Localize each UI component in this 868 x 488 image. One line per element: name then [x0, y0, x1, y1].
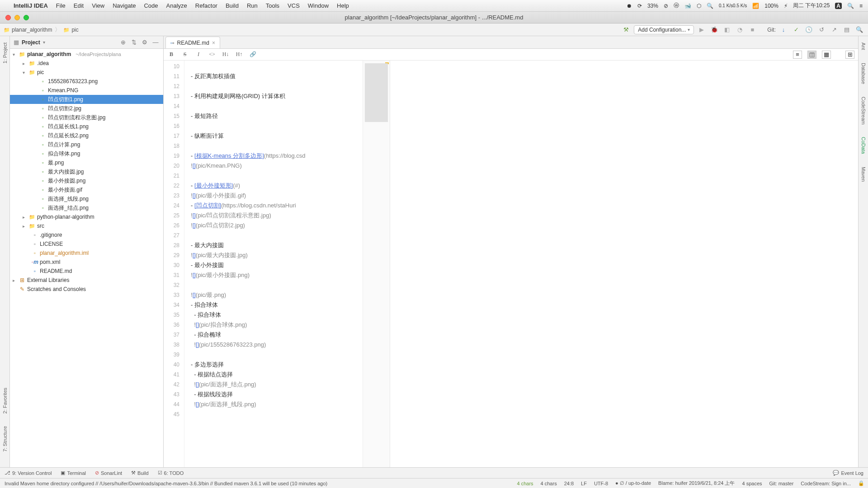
code-line[interactable]: - 根据结点选择	[191, 370, 359, 380]
arrow-down-icon[interactable]: ▾	[13, 52, 17, 57]
code-line[interactable]: - [凹点切割](https://blog.csdn.net/staHuri	[191, 201, 359, 211]
split-view[interactable]: ◫	[807, 51, 816, 59]
tree-file[interactable]: 凹点延长线1.png	[10, 122, 163, 131]
arrow-down-icon[interactable]: ▾	[23, 70, 27, 75]
code-line[interactable]: - 利用构建规则网格(GRID) 计算体积	[191, 91, 359, 101]
wifi-icon[interactable]: 📶	[752, 3, 759, 9]
menu-navigate[interactable]: Navigate	[113, 2, 136, 9]
tree-file[interactable]: 最.png	[10, 158, 163, 167]
tree-file[interactable]: 最小外接面.gif	[10, 185, 163, 194]
code-line[interactable]	[191, 409, 359, 419]
tree-ext-libs[interactable]: ▸ ⊞ External Libraries	[10, 276, 163, 285]
stop-button[interactable]: ■	[747, 25, 757, 35]
markdown-preview[interactable]	[390, 61, 858, 467]
status-indent[interactable]: 4 spaces	[742, 481, 762, 486]
tree-license[interactable]: LICENSE	[10, 239, 163, 249]
tree-file[interactable]: 凹点切割流程示意图.jpg	[10, 113, 163, 122]
menu-help[interactable]: Help	[337, 2, 349, 9]
box-icon[interactable]: ⬡	[697, 3, 701, 9]
editor-tab-readme[interactable]: ▫ README.md ×	[165, 37, 220, 48]
tree-file[interactable]: 最大内接圆.jpg	[10, 167, 163, 176]
code-line[interactable]	[191, 230, 359, 240]
tool-maven-tab[interactable]: Maven	[861, 165, 866, 183]
lock-icon[interactable]: 🔒	[858, 480, 863, 486]
menu-code[interactable]: Code	[144, 2, 158, 9]
tool-codestream-tab[interactable]: CodeStream	[861, 95, 866, 127]
menu-file[interactable]: File	[56, 2, 66, 9]
search-everywhere-icon[interactable]: 🔍	[854, 25, 864, 35]
tree-root[interactable]: ▾ planar_algorithm ~/IdeaProjects/plana	[10, 50, 163, 59]
code-line[interactable]: ![](pic/最大内接圆.jpg)	[191, 250, 359, 260]
menu-tools[interactable]: Tools	[266, 2, 279, 9]
app-name[interactable]: IntelliJ IDEA	[14, 2, 48, 9]
code-line[interactable]: - 反距离加权插值	[191, 71, 359, 81]
locate-file-icon[interactable]: ⊕	[119, 38, 127, 47]
italic-button[interactable]: I	[194, 51, 203, 59]
code-line[interactable]: - 纵断面计算	[191, 131, 359, 141]
code-line[interactable]	[191, 171, 359, 181]
error-stripe[interactable]	[363, 61, 390, 467]
code-line[interactable]: ![](pic/面选择_线段.png)	[191, 399, 359, 409]
menu-run[interactable]: Run	[247, 2, 258, 9]
tool-database-tab[interactable]: Database	[861, 61, 866, 86]
docker-icon[interactable]: 🐋	[684, 3, 691, 9]
git-push-icon[interactable]: ↗	[829, 25, 839, 35]
close-window-button[interactable]	[5, 15, 11, 20]
status-line-ending[interactable]: LF	[581, 481, 587, 486]
build-tab[interactable]: ⚒Build	[131, 470, 148, 476]
tree-iml[interactable]: planar_algorithm.iml	[10, 249, 163, 258]
tree-gitignore[interactable]: .gitignore	[10, 230, 163, 239]
code-line[interactable]: ![](pic/拟合球体.png)	[191, 320, 359, 330]
cloud-icon[interactable]: ⊘	[664, 3, 668, 9]
hide-icon[interactable]: —	[151, 38, 160, 47]
terminal-tab[interactable]: ▣Terminal	[61, 470, 86, 476]
tree-idea[interactable]: ▸ .idea	[10, 59, 163, 68]
tool-ant-tab[interactable]: Ant	[861, 41, 866, 52]
menu-view[interactable]: View	[92, 2, 104, 9]
code-line[interactable]	[191, 121, 359, 131]
code-line[interactable]	[191, 141, 359, 151]
tree-file[interactable]: 凹点切割2.jpg	[10, 104, 163, 113]
tree-file[interactable]: 1555286763223.png	[10, 77, 163, 86]
strikethrough-button[interactable]: S	[181, 51, 189, 59]
code-line[interactable]	[191, 101, 359, 111]
todo-tab[interactable]: ☑6: TODO	[158, 470, 184, 476]
tool-codata-tab[interactable]: CoData	[861, 135, 866, 155]
code-button[interactable]: <>	[208, 51, 216, 59]
link-button[interactable]: 🔗	[249, 51, 257, 59]
menu-vcs[interactable]: VCS	[288, 2, 300, 9]
code-line[interactable]: - [根据K-means 分割多边形](https://blog.csd	[191, 151, 359, 161]
control-center-icon[interactable]: ≡	[859, 3, 863, 9]
menu-refactor[interactable]: Refactor	[195, 2, 217, 9]
git-revert-icon[interactable]: ↺	[816, 25, 826, 35]
code-line[interactable]: ![](pic/最小外接面.gif)	[191, 191, 359, 201]
git-commit-icon[interactable]: ✓	[791, 25, 801, 35]
project-tree[interactable]: ▾ planar_algorithm ~/IdeaProjects/plana …	[10, 49, 163, 467]
code-editor[interactable]: - 反距离加权插值 - 利用构建规则网格(GRID) 计算体积 - 最短路径 -…	[184, 61, 363, 467]
code-line[interactable]	[191, 280, 359, 290]
menu-window[interactable]: Window	[308, 2, 329, 9]
status-caret-pos[interactable]: 24:8	[564, 481, 574, 486]
code-line[interactable]: ![](pic/面选择_结点.png)	[191, 380, 359, 389]
tree-scratches[interactable]: ✎ Scratches and Consoles	[10, 285, 163, 294]
ide-settings-icon[interactable]: ▤	[842, 25, 852, 35]
git-history-icon[interactable]: 🕓	[804, 25, 814, 35]
code-line[interactable]: - 根据线段选择	[191, 389, 359, 399]
tree-pic[interactable]: ▾ pic	[10, 68, 163, 77]
tree-file[interactable]: 凹点延长线2.png	[10, 131, 163, 140]
zoom-window-button[interactable]	[24, 15, 29, 20]
code-line[interactable]: - [最小外接矩形](#)	[191, 181, 359, 191]
add-configuration-button[interactable]: Add Configuration... ▾	[634, 25, 694, 34]
code-line[interactable]: - 拟合球体	[191, 310, 359, 320]
layout-toggle[interactable]: ⊞	[845, 51, 854, 59]
code-line[interactable]: - 最大内接圆	[191, 240, 359, 250]
coverage-button[interactable]: ◧	[722, 25, 732, 35]
arrow-right-icon[interactable]: ▸	[23, 224, 27, 229]
status-blame[interactable]: Blame: huifer 2019/6/21, 8:24 上午	[658, 480, 735, 487]
tree-src[interactable]: ▸ src	[10, 221, 163, 230]
tool-structure-tab[interactable]: 7: Structure	[2, 424, 8, 454]
breadcrumb-pic[interactable]: pic	[63, 27, 78, 33]
chevron-down-icon[interactable]: ▾	[43, 40, 45, 45]
tree-file[interactable]: 面选择_结点.png	[10, 203, 163, 212]
status-encoding[interactable]: UTF-8	[594, 481, 608, 486]
